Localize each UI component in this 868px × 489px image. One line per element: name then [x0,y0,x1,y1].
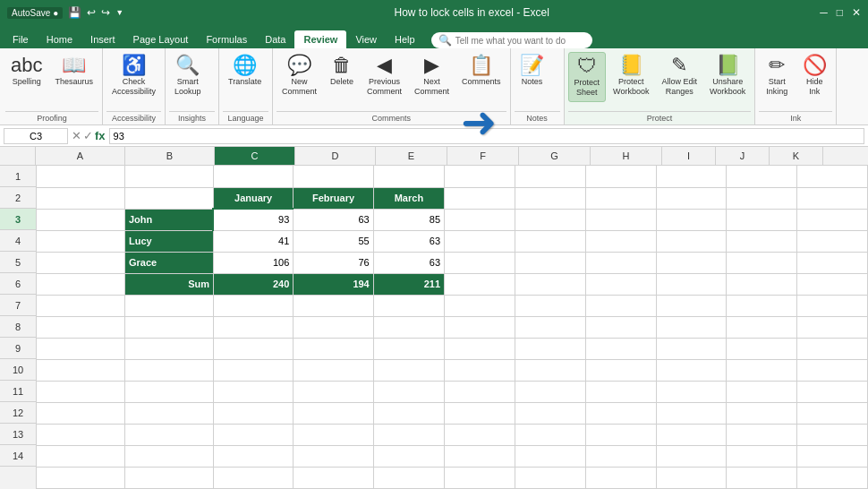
cell-i6[interactable] [656,273,727,295]
protect-workbook-button[interactable]: 📒 ProtectWorkbook [608,52,654,100]
cell-j7[interactable] [727,295,797,316]
cell-h5[interactable] [585,252,656,273]
cell-j4[interactable] [727,230,797,252]
tab-home[interactable]: Home [38,30,81,48]
cell-b5[interactable]: Grace [124,252,213,273]
translate-button[interactable]: 🌐 Translate [223,52,267,90]
cell-h1[interactable] [585,166,656,187]
protect-sheet-button[interactable]: 🛡 ProtectSheet [568,52,607,102]
previous-comment-button[interactable]: ◀ PreviousComment [362,52,407,100]
cell-d2[interactable]: February [294,187,373,209]
smart-lookup-button[interactable]: 🔍 SmartLookup [169,52,207,100]
cell-h6[interactable] [585,273,656,295]
close-btn[interactable]: ✕ [852,6,861,19]
cell-d7[interactable] [294,295,373,316]
cell-g3[interactable] [515,209,585,230]
cell-f2[interactable] [445,187,515,209]
cell-j1[interactable] [727,166,797,187]
cell-f3[interactable] [445,209,515,230]
row-num-9[interactable]: 9 [0,338,36,359]
cell-k3[interactable] [797,209,868,230]
cell-d1[interactable] [294,166,373,187]
cell-d5[interactable]: 76 [294,252,373,273]
cell-g1[interactable] [515,166,585,187]
hide-ink-button[interactable]: 🚫 HideInk [796,52,832,100]
cell-c6[interactable]: 240 [213,273,293,295]
tab-view[interactable]: View [346,30,386,48]
grid[interactable]: January February March John 93 63 85 [37,166,868,489]
cell-f1[interactable] [445,166,515,187]
cell-f6[interactable] [445,273,515,295]
cell-e6[interactable]: 211 [373,273,444,295]
cell-g7[interactable] [515,295,585,316]
col-header-j[interactable]: J [716,147,770,165]
cell-h4[interactable] [585,230,656,252]
cell-k4[interactable] [797,230,868,252]
cell-e4[interactable]: 63 [373,230,444,252]
col-header-g[interactable]: G [519,147,591,165]
cancel-formula-icon[interactable]: ✕ [72,129,81,142]
row-num-7[interactable]: 7 [0,295,36,316]
cell-c1[interactable] [213,166,293,187]
cell-i1[interactable] [656,166,727,187]
tab-formulas[interactable]: Formulas [197,30,256,48]
cell-e7[interactable] [373,295,444,316]
col-header-e[interactable]: E [376,147,447,165]
col-header-a[interactable]: A [36,147,125,165]
row-num-5[interactable]: 5 [0,252,36,273]
cell-a3[interactable] [37,209,124,230]
formula-input[interactable] [109,128,864,144]
thesaurus-button[interactable]: 📖 Thesaurus [49,52,98,90]
cell-c3[interactable]: 93 [213,209,293,230]
cell-a1[interactable] [37,166,124,187]
row-num-3[interactable]: 3 [0,209,36,230]
cell-b4[interactable]: Lucy [124,230,213,252]
tab-insert[interactable]: Insert [81,30,124,48]
cell-h3[interactable] [585,209,656,230]
cell-k5[interactable] [797,252,868,273]
cell-f7[interactable] [445,295,515,316]
cell-a6[interactable] [37,273,124,295]
row-num-12[interactable]: 12 [0,402,36,424]
cell-b1[interactable] [124,166,213,187]
row-num-6[interactable]: 6 [0,273,36,295]
unshare-workbook-button[interactable]: 📗 UnshareWorkbook [704,52,751,100]
col-header-h[interactable]: H [591,147,662,165]
search-input[interactable] [455,36,581,46]
cell-e2[interactable]: March [373,187,444,209]
cell-c2[interactable]: January [213,187,293,209]
col-header-b[interactable]: B [125,147,215,165]
check-accessibility-button[interactable]: ♿ CheckAccessibility [106,52,161,100]
row-num-4[interactable]: 4 [0,230,36,252]
cell-e1[interactable] [373,166,444,187]
cell-h7[interactable] [585,295,656,316]
insert-function-icon[interactable]: fx [95,129,106,142]
name-box[interactable] [4,128,68,144]
cell-f4[interactable] [445,230,515,252]
cell-c4[interactable]: 41 [213,230,293,252]
cell-e3[interactable]: 85 [373,209,444,230]
cell-a2[interactable] [37,187,124,209]
save-icon[interactable]: 💾 [68,6,81,19]
cell-k7[interactable] [797,295,868,316]
cell-b2[interactable] [124,187,213,209]
row-num-8[interactable]: 8 [0,316,36,338]
cell-d4[interactable]: 55 [294,230,373,252]
cell-c5[interactable]: 106 [213,252,293,273]
cell-g6[interactable] [515,273,585,295]
col-header-i[interactable]: I [662,147,716,165]
col-header-c[interactable]: C [215,147,295,165]
cell-a5[interactable] [37,252,124,273]
undo-icon[interactable]: ↩ [87,6,96,19]
tab-page-layout[interactable]: Page Layout [124,30,198,48]
new-comment-button[interactable]: 💬 NewComment [277,52,322,100]
col-header-k[interactable]: K [770,147,823,165]
notes-button[interactable]: 📝 Notes [515,52,550,90]
col-header-f[interactable]: F [447,147,519,165]
cell-k2[interactable] [797,187,868,209]
row-num-10[interactable]: 10 [0,359,36,381]
cell-k1[interactable] [797,166,868,187]
cell-i7[interactable] [656,295,727,316]
delete-comment-button[interactable]: 🗑 Delete [324,52,360,90]
tab-review[interactable]: Review [294,30,346,48]
